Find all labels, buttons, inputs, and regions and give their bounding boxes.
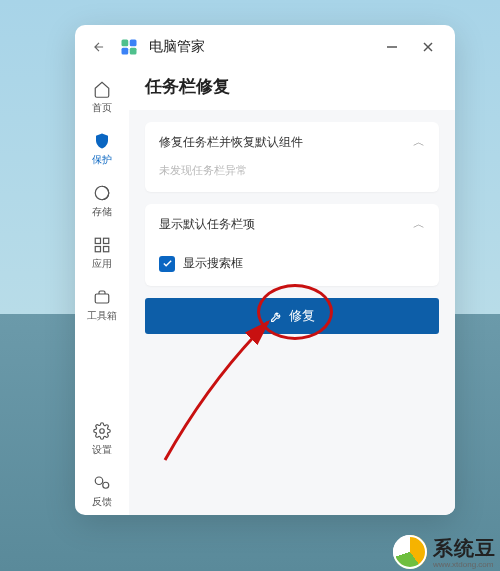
sidebar-item-settings[interactable]: 设置 — [80, 415, 124, 463]
minimize-icon — [386, 41, 398, 53]
sidebar-item-apps[interactable]: 应用 — [80, 229, 124, 277]
card-restore-defaults: 修复任务栏并恢复默认组件 ︿ 未发现任务栏异常 — [145, 122, 439, 192]
chevron-up-icon: ︿ — [413, 134, 425, 151]
sidebar-item-feedback[interactable]: 反馈 — [80, 467, 124, 515]
sidebar-item-label: 保护 — [92, 153, 112, 167]
repair-button[interactable]: 修复 — [145, 298, 439, 334]
window-body: 首页 保护 存储 应用 工具箱 设置 — [75, 65, 455, 515]
app-logo-icon — [119, 37, 139, 57]
checkbox-checked-icon — [159, 256, 175, 272]
card-header[interactable]: 显示默认任务栏项 ︿ — [145, 204, 439, 245]
sidebar-item-home[interactable]: 首页 — [80, 73, 124, 121]
close-icon — [422, 41, 434, 53]
svg-point-15 — [103, 482, 109, 488]
svg-rect-8 — [95, 238, 100, 243]
page-title: 任务栏修复 — [129, 65, 455, 110]
watermark-logo-icon — [393, 535, 427, 569]
svg-rect-2 — [122, 48, 129, 55]
svg-rect-12 — [95, 294, 109, 303]
watermark: 系统豆 www.xtdong.com — [393, 535, 496, 569]
sidebar-item-protect[interactable]: 保护 — [80, 125, 124, 173]
storage-icon — [92, 183, 112, 203]
home-icon — [92, 79, 112, 99]
watermark-url: www.xtdong.com — [433, 560, 496, 569]
titlebar: 电脑管家 — [75, 25, 455, 65]
gear-icon — [92, 421, 112, 441]
checkbox-label: 显示搜索框 — [183, 255, 243, 272]
sidebar-item-label: 首页 — [92, 101, 112, 115]
card-title: 显示默认任务栏项 — [159, 216, 255, 233]
app-window: 电脑管家 首页 保护 存储 应用 — [75, 25, 455, 515]
sidebar-item-toolbox[interactable]: 工具箱 — [80, 281, 124, 329]
svg-rect-0 — [122, 40, 129, 47]
sidebar-item-storage[interactable]: 存储 — [80, 177, 124, 225]
sidebar-item-label: 应用 — [92, 257, 112, 271]
chevron-up-icon: ︿ — [413, 216, 425, 233]
card-status-text: 未发现任务栏异常 — [145, 163, 439, 192]
shield-icon — [92, 131, 112, 151]
watermark-name: 系统豆 — [433, 535, 496, 562]
svg-rect-9 — [104, 238, 109, 243]
toolbox-icon — [92, 287, 112, 307]
back-button[interactable] — [89, 37, 109, 57]
sidebar-item-label: 设置 — [92, 443, 112, 457]
checkbox-row-search[interactable]: 显示搜索框 — [145, 245, 439, 286]
grid-icon — [92, 235, 112, 255]
svg-point-13 — [100, 429, 105, 434]
svg-rect-11 — [104, 247, 109, 252]
card-header[interactable]: 修复任务栏并恢复默认组件 ︿ — [145, 122, 439, 163]
wrench-icon — [269, 309, 283, 323]
card-default-items: 显示默认任务栏项 ︿ 显示搜索框 — [145, 204, 439, 286]
svg-point-14 — [95, 477, 103, 485]
feedback-icon — [92, 473, 112, 493]
repair-button-label: 修复 — [289, 307, 315, 325]
content-area: 任务栏修复 修复任务栏并恢复默认组件 ︿ 未发现任务栏异常 显示默认任务栏项 ︿ — [129, 65, 455, 515]
sidebar-item-label: 反馈 — [92, 495, 112, 509]
svg-rect-3 — [130, 48, 137, 55]
svg-rect-10 — [95, 247, 100, 252]
sidebar: 首页 保护 存储 应用 工具箱 设置 — [75, 65, 129, 515]
svg-rect-1 — [130, 40, 137, 47]
app-title: 电脑管家 — [149, 38, 369, 56]
arrow-left-icon — [92, 40, 106, 54]
sidebar-item-label: 工具箱 — [87, 309, 117, 323]
sidebar-item-label: 存储 — [92, 205, 112, 219]
card-title: 修复任务栏并恢复默认组件 — [159, 134, 303, 151]
minimize-button[interactable] — [379, 37, 405, 57]
close-button[interactable] — [415, 37, 441, 57]
